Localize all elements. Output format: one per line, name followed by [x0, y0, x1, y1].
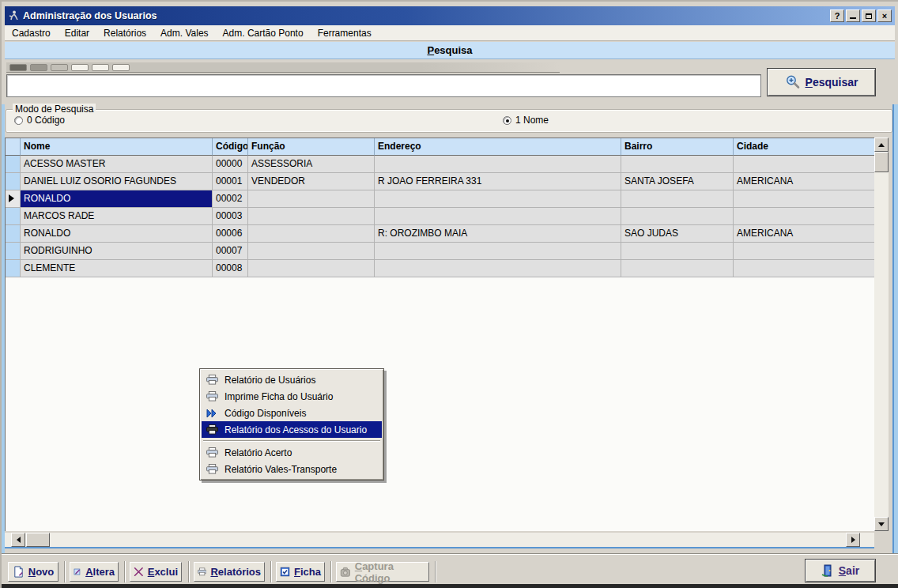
scroll-down-button[interactable] [874, 517, 889, 531]
cell-nome[interactable]: RONALDO [21, 225, 213, 243]
users-grid: Nome Código Função Endereço Bairro Cidad… [5, 138, 874, 531]
cell-codigo[interactable]: 00003 [213, 208, 248, 225]
radio-nome[interactable]: 1 Nome [503, 115, 549, 126]
cell-nome[interactable]: RONALDO [21, 190, 213, 208]
menu-adm-cartao-ponto[interactable]: Adm. Cartão Ponto [216, 26, 311, 40]
cell-cidade[interactable] [734, 243, 875, 260]
menu-ferramentas[interactable]: Ferramentas [311, 26, 379, 40]
cell-funcao[interactable] [248, 260, 375, 277]
cell-cidade[interactable] [734, 156, 875, 173]
menu-item-relatorio-acerto[interactable]: Relatório Acerto [202, 444, 382, 461]
cell-cidade[interactable] [734, 208, 875, 225]
cell-bairro[interactable] [621, 260, 734, 277]
menu-item-codigo-disponiveis[interactable]: Código Disponíveis [202, 405, 382, 421]
cell-nome[interactable]: MARCOS RADE [21, 208, 213, 225]
table-row-selected[interactable]: RONALDO 00002 [6, 190, 875, 208]
cell-nome[interactable]: CLEMENTE [21, 260, 213, 277]
minimize-button[interactable] [846, 9, 860, 22]
horizontal-scroll-thumb[interactable] [26, 533, 50, 547]
x-delete-icon [134, 566, 144, 578]
cell-endereco[interactable] [375, 260, 621, 277]
search-input[interactable] [6, 74, 761, 97]
radio-codigo[interactable]: 0 Código [14, 115, 65, 126]
cell-funcao[interactable]: VENDEDOR [248, 173, 375, 190]
table-row[interactable]: ACESSO MASTER 00000 ASSESSORIA [6, 156, 875, 173]
cell-endereco[interactable] [375, 190, 621, 208]
cell-codigo[interactable]: 00002 [213, 190, 248, 208]
table-row[interactable]: CLEMENTE 00008 [6, 260, 875, 277]
maximize-button[interactable] [862, 9, 876, 22]
cell-endereco[interactable] [375, 243, 621, 260]
scroll-right-icon [851, 537, 855, 543]
close-button[interactable]: × [877, 9, 892, 22]
cell-funcao[interactable] [248, 190, 375, 208]
cell-bairro[interactable]: SAO JUDAS [621, 225, 734, 243]
table-row[interactable]: RODRIGUINHO 00007 [6, 243, 875, 260]
menu-item-label: Relatório de Usuários [224, 375, 315, 386]
radio-codigo-icon[interactable] [14, 116, 23, 125]
table-row[interactable]: RONALDO 00006 R: OROZIMBO MAIA SAO JUDAS… [6, 225, 875, 243]
table-row[interactable]: MARCOS RADE 00003 [6, 208, 875, 225]
sair-button[interactable]: Sair [805, 559, 876, 582]
altera-button[interactable]: Altera [70, 562, 119, 582]
cell-endereco[interactable]: R JOAO FERREIRA 331 [375, 173, 621, 190]
cell-bairro[interactable] [621, 243, 734, 260]
cell-codigo[interactable]: 00006 [213, 225, 248, 243]
menu-item-imprime-ficha[interactable]: Imprime Ficha do Usuário [202, 388, 382, 405]
cell-bairro[interactable] [621, 208, 734, 225]
cell-nome[interactable]: ACESSO MASTER [21, 156, 213, 173]
menu-item-label: Relatório Acerto [224, 447, 292, 458]
cell-funcao[interactable] [248, 225, 375, 243]
cell-funcao[interactable] [248, 208, 375, 225]
cell-endereco[interactable] [375, 208, 621, 225]
menu-relatorios[interactable]: Relatórios [96, 26, 153, 40]
cell-bairro[interactable]: SANTA JOSEFA [621, 173, 734, 190]
ficha-label-rest: icha [300, 566, 321, 578]
altera-label-rest: ltera [93, 566, 115, 578]
horizontal-scrollbar[interactable] [5, 533, 874, 548]
cell-endereco[interactable]: R: OROZIMBO MAIA [375, 225, 621, 243]
cell-cidade[interactable] [734, 190, 875, 208]
printer-icon [206, 375, 218, 386]
cell-cidade[interactable]: AMERICANA [734, 173, 875, 190]
exclui-button[interactable]: Exclui [130, 562, 182, 582]
vertical-scroll-thumb[interactable] [874, 152, 889, 172]
cell-codigo[interactable]: 00001 [213, 173, 248, 190]
scroll-right-button[interactable] [846, 533, 860, 547]
menu-cadastro[interactable]: Cadastro [5, 26, 58, 40]
strip-chip [51, 64, 68, 71]
cell-nome[interactable]: RODRIGUINHO [21, 243, 213, 260]
menu-item-relatorio-usuarios[interactable]: Relatório de Usuários [202, 371, 382, 388]
cell-nome[interactable]: DANIEL LUIZ OSORIO FAGUNDES [21, 173, 213, 190]
menu-item-relatorio-acessos[interactable]: Relatório dos Acessos do Usuario [202, 421, 382, 438]
current-row-arrow-icon [9, 194, 14, 202]
cell-funcao[interactable]: ASSESSORIA [248, 156, 375, 173]
menu-item-relatorio-vales-transporte[interactable]: Relatório Vales-Transporte [202, 461, 382, 477]
cell-funcao[interactable] [248, 243, 375, 260]
scroll-up-button[interactable] [874, 138, 889, 152]
cell-cidade[interactable]: AMERICANA [734, 225, 875, 243]
pesquisar-button[interactable]: Pesquisar [767, 68, 876, 96]
novo-button[interactable]: Novo [8, 562, 58, 582]
captura-codigo-button: Captura Código [336, 562, 429, 582]
cell-cidade[interactable] [734, 260, 875, 277]
menu-item-label: Relatório Vales-Transporte [224, 464, 337, 475]
table-row[interactable]: DANIEL LUIZ OSORIO FAGUNDES 00001 VENDED… [6, 173, 875, 190]
cell-codigo[interactable]: 00008 [213, 260, 248, 277]
cell-bairro[interactable] [621, 156, 734, 173]
checkbox-icon [280, 566, 290, 578]
ficha-button[interactable]: Ficha [276, 562, 325, 582]
cell-bairro[interactable] [621, 190, 734, 208]
cell-endereco[interactable] [375, 156, 621, 173]
vertical-scrollbar[interactable] [874, 138, 889, 531]
radio-nome-icon[interactable] [503, 116, 511, 125]
cell-codigo[interactable]: 00000 [213, 156, 248, 173]
menu-editar[interactable]: Editar [58, 26, 96, 40]
navigator-strip [6, 62, 560, 73]
help-button[interactable]: ? [830, 9, 844, 22]
cell-codigo[interactable]: 00007 [213, 243, 248, 260]
menu-adm-vales[interactable]: Adm. Vales [153, 26, 215, 40]
scroll-left-button[interactable] [11, 533, 25, 547]
left-edge-strip [2, 104, 5, 585]
relatorios-button[interactable]: Relatórios [194, 562, 265, 582]
